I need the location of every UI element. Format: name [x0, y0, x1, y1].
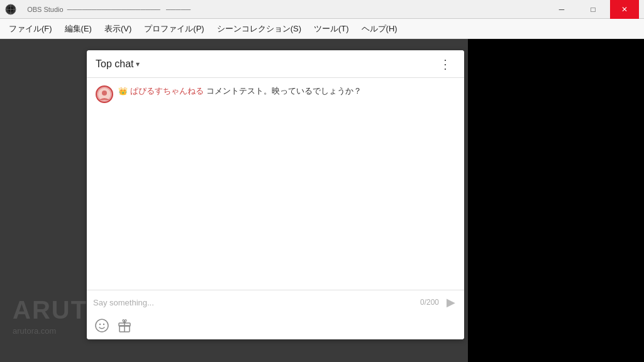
chat-input-row: 0/200 ▶ [87, 290, 464, 314]
main-area: ARUTORA arutora.com Top chat ▾ ⋮ [0, 39, 644, 362]
chat-username: ぱぴるすちゃんねる [130, 85, 204, 97]
app-logo [5, 4, 16, 15]
chat-title-label: Top chat [96, 58, 133, 70]
svg-point-5 [102, 90, 107, 96]
menu-profile[interactable]: プロファイル(P) [138, 21, 210, 37]
avatar-inner [97, 87, 112, 102]
gift-button[interactable] [116, 317, 133, 334]
title-bar-text: OBS Studio ─────────────────── ───── [21, 6, 547, 13]
menu-view[interactable]: 表示(V) [98, 21, 138, 37]
menu-scene[interactable]: シーンコレクション(S) [211, 21, 308, 37]
chat-more-button[interactable]: ⋮ [435, 54, 455, 74]
menu-bar: ファイル(F) 編集(E) 表示(V) プロファイル(P) シーンコレクション(… [0, 19, 644, 39]
title-bar: OBS Studio ─────────────────── ───── ─ □… [0, 0, 644, 19]
close-button[interactable]: ✕ [610, 0, 639, 19]
svg-point-6 [96, 319, 108, 332]
title-bar-controls: ─ □ ✕ [547, 0, 639, 19]
menu-help[interactable]: ヘルプ(H) [355, 21, 404, 37]
chat-input[interactable] [93, 298, 420, 307]
chat-header: Top chat ▾ ⋮ [87, 50, 464, 78]
chat-message-text: コメントテスト。映っているでしょうか？ [206, 85, 362, 97]
chat-badge-icon: 👑 [118, 87, 128, 96]
message-content: 👑 ぱぴるすちゃんねる コメントテスト。映っているでしょうか？ [118, 85, 362, 97]
svg-point-8 [103, 324, 104, 325]
chat-toolbar [87, 314, 464, 339]
chat-messages-area: 👑 ぱぴるすちゃんねる コメントテスト。映っているでしょうか？ [87, 78, 464, 290]
chat-chevron-icon: ▾ [136, 60, 140, 69]
menu-edit[interactable]: 編集(E) [58, 21, 98, 37]
video-preview [468, 39, 644, 362]
chat-send-button[interactable]: ▶ [444, 294, 458, 310]
chat-message: 👑 ぱぴるすちゃんねる コメントテスト。映っているでしょうか？ [96, 85, 455, 103]
chat-char-count: 0/200 [420, 298, 439, 307]
emoji-button[interactable] [93, 317, 111, 334]
chat-input-area: 0/200 ▶ [87, 290, 464, 339]
avatar [96, 85, 113, 103]
maximize-button[interactable]: □ [579, 0, 608, 19]
minimize-button[interactable]: ─ [547, 0, 576, 19]
svg-point-7 [99, 324, 101, 325]
chat-panel: Top chat ▾ ⋮ 👑 [87, 50, 464, 339]
menu-tools[interactable]: ツール(T) [308, 21, 355, 37]
chat-title[interactable]: Top chat ▾ [96, 58, 140, 70]
watermark-subtext: arutora.com [13, 326, 56, 336]
menu-file[interactable]: ファイル(F) [3, 21, 58, 37]
